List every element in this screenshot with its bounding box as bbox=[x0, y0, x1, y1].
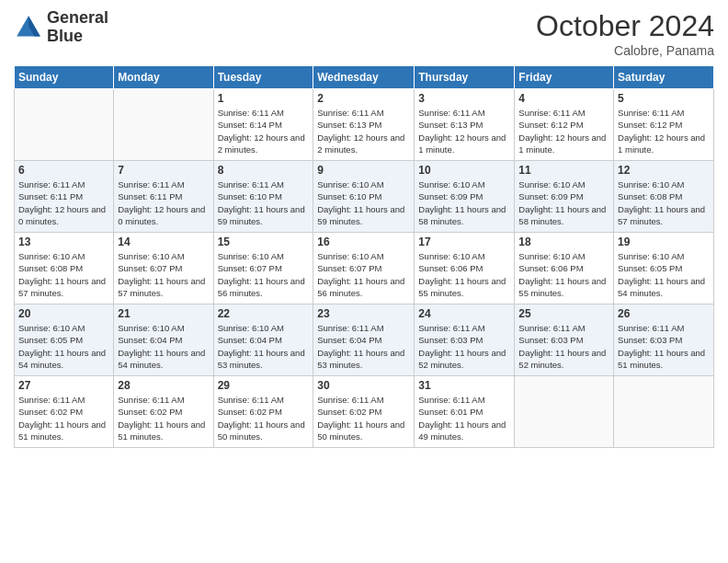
day-info: Sunrise: 6:10 AMSunset: 6:05 PMDaylight:… bbox=[618, 250, 710, 299]
day-info: Sunrise: 6:10 AMSunset: 6:07 PMDaylight:… bbox=[317, 250, 410, 299]
table-row bbox=[515, 376, 614, 448]
calendar-week-row: 20Sunrise: 6:10 AMSunset: 6:05 PMDayligh… bbox=[15, 304, 714, 376]
day-info: Sunrise: 6:10 AMSunset: 6:04 PMDaylight:… bbox=[118, 322, 209, 371]
day-number: 20 bbox=[18, 307, 109, 320]
table-row: 13Sunrise: 6:10 AMSunset: 6:08 PMDayligh… bbox=[15, 233, 114, 304]
day-number: 1 bbox=[218, 92, 310, 105]
month-title: October 2024 bbox=[536, 9, 714, 43]
table-row: 9Sunrise: 6:10 AMSunset: 6:10 PMDaylight… bbox=[313, 161, 415, 233]
day-number: 23 bbox=[317, 307, 410, 320]
table-row: 23Sunrise: 6:11 AMSunset: 6:04 PMDayligh… bbox=[313, 304, 415, 376]
table-row: 31Sunrise: 6:11 AMSunset: 6:01 PMDayligh… bbox=[415, 376, 515, 448]
calendar-week-row: 1Sunrise: 6:11 AMSunset: 6:14 PMDaylight… bbox=[15, 89, 714, 161]
table-row: 8Sunrise: 6:11 AMSunset: 6:10 PMDaylight… bbox=[213, 161, 313, 233]
table-row: 10Sunrise: 6:10 AMSunset: 6:09 PMDayligh… bbox=[415, 161, 515, 233]
day-info: Sunrise: 6:10 AMSunset: 6:09 PMDaylight:… bbox=[518, 178, 609, 227]
day-info: Sunrise: 6:11 AMSunset: 6:13 PMDaylight:… bbox=[317, 107, 410, 155]
day-number: 19 bbox=[618, 236, 710, 248]
page: General Blue October 2024 Calobre, Panam… bbox=[0, 0, 728, 563]
col-friday: Friday bbox=[515, 66, 614, 89]
day-number: 9 bbox=[317, 164, 410, 177]
day-number: 8 bbox=[218, 164, 310, 177]
day-info: Sunrise: 6:10 AMSunset: 6:07 PMDaylight:… bbox=[118, 250, 209, 299]
day-number: 28 bbox=[118, 379, 209, 392]
day-info: Sunrise: 6:10 AMSunset: 6:08 PMDaylight:… bbox=[618, 178, 710, 227]
header: General Blue October 2024 Calobre, Panam… bbox=[14, 9, 714, 58]
col-saturday: Saturday bbox=[614, 66, 714, 89]
day-number: 7 bbox=[118, 164, 209, 177]
day-info: Sunrise: 6:11 AMSunset: 6:01 PMDaylight:… bbox=[418, 394, 510, 442]
table-row: 22Sunrise: 6:10 AMSunset: 6:04 PMDayligh… bbox=[213, 304, 313, 376]
day-number: 31 bbox=[418, 379, 510, 392]
calendar-week-row: 6Sunrise: 6:11 AMSunset: 6:11 PMDaylight… bbox=[15, 161, 714, 233]
logo: General Blue bbox=[14, 9, 108, 46]
table-row: 26Sunrise: 6:11 AMSunset: 6:03 PMDayligh… bbox=[614, 304, 714, 376]
col-monday: Monday bbox=[114, 66, 213, 89]
day-number: 13 bbox=[18, 236, 109, 248]
day-info: Sunrise: 6:10 AMSunset: 6:09 PMDaylight:… bbox=[418, 178, 510, 227]
title-block: October 2024 Calobre, Panama bbox=[536, 9, 714, 58]
day-number: 17 bbox=[418, 236, 510, 248]
day-info: Sunrise: 6:11 AMSunset: 6:11 PMDaylight:… bbox=[18, 178, 109, 227]
logo-icon bbox=[14, 13, 43, 42]
day-info: Sunrise: 6:10 AMSunset: 6:06 PMDaylight:… bbox=[518, 250, 609, 299]
day-number: 21 bbox=[118, 307, 209, 320]
table-row: 2Sunrise: 6:11 AMSunset: 6:13 PMDaylight… bbox=[313, 89, 415, 161]
col-sunday: Sunday bbox=[15, 66, 114, 89]
table-row bbox=[614, 376, 714, 448]
day-info: Sunrise: 6:11 AMSunset: 6:11 PMDaylight:… bbox=[118, 178, 209, 227]
table-row: 3Sunrise: 6:11 AMSunset: 6:13 PMDaylight… bbox=[415, 89, 515, 161]
logo-text: General Blue bbox=[47, 9, 108, 46]
table-row: 28Sunrise: 6:11 AMSunset: 6:02 PMDayligh… bbox=[114, 376, 213, 448]
day-number: 11 bbox=[518, 164, 609, 177]
day-info: Sunrise: 6:11 AMSunset: 6:12 PMDaylight:… bbox=[618, 107, 710, 155]
table-row: 14Sunrise: 6:10 AMSunset: 6:07 PMDayligh… bbox=[114, 233, 213, 304]
table-row: 27Sunrise: 6:11 AMSunset: 6:02 PMDayligh… bbox=[15, 376, 114, 448]
day-number: 4 bbox=[518, 92, 609, 105]
day-number: 10 bbox=[418, 164, 510, 177]
day-info: Sunrise: 6:10 AMSunset: 6:08 PMDaylight:… bbox=[18, 250, 109, 299]
day-number: 5 bbox=[618, 92, 710, 105]
day-info: Sunrise: 6:11 AMSunset: 6:02 PMDaylight:… bbox=[317, 394, 410, 442]
day-info: Sunrise: 6:11 AMSunset: 6:03 PMDaylight:… bbox=[518, 322, 609, 371]
day-number: 18 bbox=[518, 236, 609, 248]
day-number: 6 bbox=[18, 164, 109, 177]
col-wednesday: Wednesday bbox=[313, 66, 415, 89]
table-row: 24Sunrise: 6:11 AMSunset: 6:03 PMDayligh… bbox=[415, 304, 515, 376]
day-info: Sunrise: 6:11 AMSunset: 6:10 PMDaylight:… bbox=[218, 178, 310, 227]
calendar-week-row: 27Sunrise: 6:11 AMSunset: 6:02 PMDayligh… bbox=[15, 376, 714, 448]
table-row: 30Sunrise: 6:11 AMSunset: 6:02 PMDayligh… bbox=[313, 376, 415, 448]
col-tuesday: Tuesday bbox=[213, 66, 313, 89]
day-info: Sunrise: 6:11 AMSunset: 6:14 PMDaylight:… bbox=[218, 107, 310, 155]
table-row bbox=[114, 89, 213, 161]
day-info: Sunrise: 6:11 AMSunset: 6:03 PMDaylight:… bbox=[418, 322, 510, 371]
header-row: Sunday Monday Tuesday Wednesday Thursday… bbox=[15, 66, 714, 89]
table-row: 29Sunrise: 6:11 AMSunset: 6:02 PMDayligh… bbox=[213, 376, 313, 448]
day-number: 3 bbox=[418, 92, 510, 105]
day-info: Sunrise: 6:11 AMSunset: 6:02 PMDaylight:… bbox=[18, 394, 109, 442]
table-row bbox=[15, 89, 114, 161]
day-number: 24 bbox=[418, 307, 510, 320]
day-number: 30 bbox=[317, 379, 410, 392]
table-row: 7Sunrise: 6:11 AMSunset: 6:11 PMDaylight… bbox=[114, 161, 213, 233]
table-row: 18Sunrise: 6:10 AMSunset: 6:06 PMDayligh… bbox=[515, 233, 614, 304]
calendar-table: Sunday Monday Tuesday Wednesday Thursday… bbox=[14, 65, 714, 448]
day-number: 25 bbox=[518, 307, 609, 320]
table-row: 11Sunrise: 6:10 AMSunset: 6:09 PMDayligh… bbox=[515, 161, 614, 233]
day-info: Sunrise: 6:10 AMSunset: 6:10 PMDaylight:… bbox=[317, 178, 410, 227]
day-info: Sunrise: 6:11 AMSunset: 6:13 PMDaylight:… bbox=[418, 107, 510, 155]
table-row: 5Sunrise: 6:11 AMSunset: 6:12 PMDaylight… bbox=[614, 89, 714, 161]
table-row: 19Sunrise: 6:10 AMSunset: 6:05 PMDayligh… bbox=[614, 233, 714, 304]
table-row: 4Sunrise: 6:11 AMSunset: 6:12 PMDaylight… bbox=[515, 89, 614, 161]
table-row: 15Sunrise: 6:10 AMSunset: 6:07 PMDayligh… bbox=[213, 233, 313, 304]
table-row: 6Sunrise: 6:11 AMSunset: 6:11 PMDaylight… bbox=[15, 161, 114, 233]
table-row: 12Sunrise: 6:10 AMSunset: 6:08 PMDayligh… bbox=[614, 161, 714, 233]
day-number: 14 bbox=[118, 236, 209, 248]
table-row: 17Sunrise: 6:10 AMSunset: 6:06 PMDayligh… bbox=[415, 233, 515, 304]
day-info: Sunrise: 6:11 AMSunset: 6:12 PMDaylight:… bbox=[518, 107, 609, 155]
day-number: 2 bbox=[317, 92, 410, 105]
calendar-week-row: 13Sunrise: 6:10 AMSunset: 6:08 PMDayligh… bbox=[15, 233, 714, 304]
table-row: 16Sunrise: 6:10 AMSunset: 6:07 PMDayligh… bbox=[313, 233, 415, 304]
day-number: 22 bbox=[218, 307, 310, 320]
day-number: 26 bbox=[618, 307, 710, 320]
